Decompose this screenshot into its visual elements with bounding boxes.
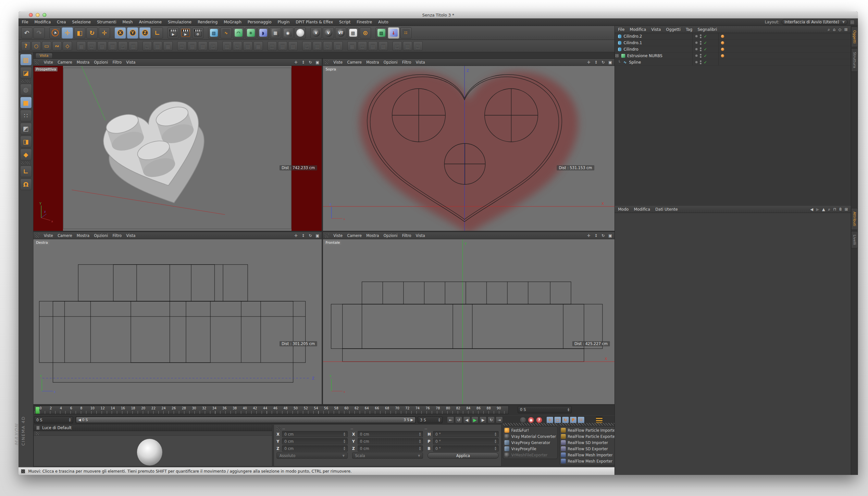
primitive-cube-icon[interactable]: ▧: [208, 27, 219, 38]
d-icon[interactable]: ◰: [302, 41, 312, 51]
coords-field-h[interactable]: 0 °▲▼: [433, 431, 499, 437]
stepper-icon[interactable]: ▲▼: [419, 439, 421, 444]
range-end-input[interactable]: 3 S▲▼: [418, 417, 443, 423]
stepper-icon[interactable]: ▲▼: [419, 432, 421, 436]
spline-pen-icon[interactable]: ∿: [220, 27, 232, 38]
phong-tag-icon[interactable]: [721, 41, 724, 45]
coords-field-y[interactable]: 0 cm▲▼: [358, 438, 423, 444]
enable-dot[interactable]: [695, 55, 698, 57]
zoom-view-icon[interactable]: ↕: [594, 233, 598, 238]
frame-next-button[interactable]: ▶: [479, 417, 486, 423]
range-start-input[interactable]: 0 S▲▼: [34, 417, 73, 423]
editor-render-dots[interactable]: [700, 41, 701, 45]
axis-mode-icon[interactable]: ∟: [20, 166, 32, 177]
timeline-ruler[interactable]: 0246810121416182022242628303234363840424…: [34, 406, 509, 414]
d-icon[interactable]: ▨: [243, 41, 252, 51]
poly-select-icon[interactable]: ◇: [63, 41, 72, 51]
menu-dpit-plants-effex[interactable]: DPIT Plants & Effex: [296, 20, 333, 24]
material-mode-icon[interactable]: [36, 426, 40, 430]
camera-icon[interactable]: ◉: [282, 27, 293, 38]
history-forward-icon[interactable]: ▶: [816, 207, 819, 212]
coords-field-b[interactable]: 0 °▲▼: [433, 445, 499, 451]
add-panel-icon[interactable]: ⊞: [844, 207, 848, 212]
live-select-ring-icon[interactable]: ○: [31, 41, 41, 51]
rotate-view-icon[interactable]: ↻: [601, 60, 605, 65]
drag-grip-icon[interactable]: [277, 427, 280, 430]
plugin-item[interactable]: RealFlow SD Importer: [561, 439, 617, 446]
d-icon[interactable]: ▦: [163, 41, 173, 51]
plugin-cube-icon[interactable]: ▧: [375, 27, 387, 38]
light-icon[interactable]: [294, 27, 306, 38]
vray-vt-icon[interactable]: VT: [335, 27, 346, 38]
viewport-canvas-top[interactable]: Z X z x: [323, 66, 615, 231]
d-icon[interactable]: ▦: [77, 41, 86, 51]
range-right-handle[interactable]: 3 S ▶: [404, 418, 413, 422]
titlebar[interactable]: Senza Titolo 3 *: [18, 11, 858, 18]
stepper-icon[interactable]: ▲▼: [343, 446, 345, 451]
edges-mode-icon[interactable]: ◨: [20, 136, 32, 148]
tab-oggetti[interactable]: Oggetti: [851, 27, 858, 47]
current-frame-input[interactable]: 0 S▲▼: [518, 406, 572, 413]
plugin-item[interactable]: RealFlow Particle Exporter: [561, 433, 617, 439]
vp2-menu-mostra[interactable]: Mostra: [366, 60, 379, 65]
phong-tag-icon[interactable]: [721, 35, 724, 38]
d-icon[interactable]: ▥: [128, 41, 138, 51]
editor-render-dots[interactable]: [700, 47, 701, 51]
enabled-check-icon[interactable]: ✓: [704, 41, 707, 45]
object-row-cilindro-1[interactable]: Cilindro.1✓: [615, 40, 851, 46]
search-icon[interactable]: ⌕: [828, 27, 830, 32]
vp4-menu-camere[interactable]: Camere: [347, 233, 362, 238]
pan-view-icon[interactable]: ✛: [587, 60, 591, 65]
script-console-icon[interactable]: ▤: [347, 27, 359, 38]
d-icon[interactable]: ▥: [403, 41, 412, 51]
stepper-icon[interactable]: ▲▼: [343, 432, 345, 436]
live-selection-icon[interactable]: ➤: [49, 27, 61, 38]
maximize-view-icon[interactable]: ▣: [315, 233, 320, 238]
tab-vista[interactable]: Vista: [35, 53, 52, 58]
rotate-view-icon[interactable]: ↻: [308, 60, 313, 65]
object-mode-icon[interactable]: ■: [20, 97, 32, 108]
menu-aiuto[interactable]: Aiuto: [378, 20, 388, 24]
om-menu-tag[interactable]: Tag: [686, 27, 692, 32]
menu-mograph[interactable]: MoGraph: [224, 20, 242, 24]
expand-icon[interactable]: −: [616, 54, 618, 57]
d-icon[interactable]: ◫: [267, 41, 277, 51]
home-icon[interactable]: ⌂: [833, 27, 836, 32]
rotate-view-icon[interactable]: ↻: [601, 233, 605, 238]
plugin-item[interactable]: RealFlow SD Exporter: [561, 446, 617, 452]
d-icon[interactable]: ◰: [208, 41, 218, 51]
vp2-menu-viste[interactable]: Viste: [334, 60, 342, 65]
plugin-item[interactable]: Vray Material Converter: [505, 433, 556, 439]
d-icon[interactable]: ▧: [288, 41, 298, 51]
vp3-menu-mostra[interactable]: Mostra: [77, 233, 89, 238]
timeline-window-icon[interactable]: [596, 417, 603, 424]
lock-z-icon[interactable]: Z: [139, 27, 151, 38]
enabled-check-icon[interactable]: ✓: [704, 47, 707, 52]
assoluto-dropdown[interactable]: Assoluto▼: [277, 452, 348, 459]
plugin-item[interactable]: VrayProxy Generator: [505, 439, 556, 446]
play-backward-button[interactable]: ↺: [455, 417, 462, 423]
goto-start-button[interactable]: ⇤: [447, 417, 454, 423]
d-icon[interactable]: ▧: [378, 41, 388, 51]
render-document-icon[interactable]: ▶: [180, 27, 191, 38]
nurbs-generator-icon[interactable]: ◠: [233, 27, 244, 38]
vp3-menu-opzioni[interactable]: Opzioni: [94, 233, 108, 238]
maximize-view-icon[interactable]: ▣: [608, 60, 613, 65]
zoom-view-icon[interactable]: ↕: [594, 60, 598, 65]
stepper-icon[interactable]: ▲▼: [495, 446, 496, 451]
am-menu-modifica[interactable]: Modifica: [634, 207, 650, 212]
d-icon[interactable]: ▨: [153, 41, 162, 51]
rect-select-icon[interactable]: ▭: [42, 41, 51, 51]
viewport-top[interactable]: VisteCamereMostraOpzioniFiltroVista ✛ ↕ …: [323, 59, 615, 231]
menu-script[interactable]: Script: [339, 20, 351, 24]
object-row-spline[interactable]: └∿Spline✓: [615, 59, 851, 65]
enable-dot[interactable]: [695, 61, 698, 63]
key-pla-button[interactable]: ∷: [577, 417, 585, 423]
om-menu-modifica[interactable]: Modifica: [630, 27, 646, 32]
vp3-menu-camere[interactable]: Camere: [58, 233, 72, 238]
phong-tag-icon[interactable]: [721, 48, 724, 51]
autokey-key-button[interactable]: ⚿: [520, 417, 526, 423]
layout-expand-icon[interactable]: ⛶: [850, 20, 855, 25]
om-menu-oggetti[interactable]: Oggetti: [666, 27, 681, 32]
scala-dropdown[interactable]: Scala▼: [352, 452, 423, 459]
